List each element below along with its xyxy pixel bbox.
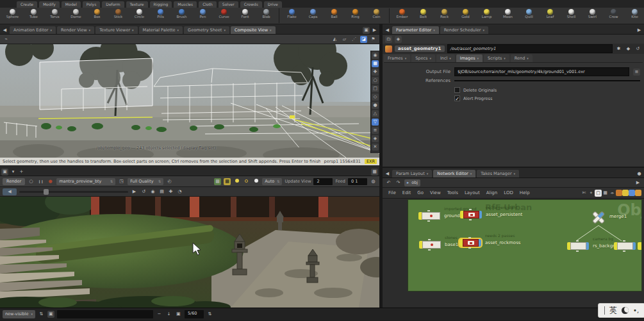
network-menu-align[interactable]: Align: [483, 190, 501, 195]
tab-texture-viewer[interactable]: Texture Viewer▾: [95, 26, 137, 34]
shelf-tool-ball[interactable]: Ball: [324, 8, 345, 23]
node-name-chip[interactable]: asset_geometry1: [395, 45, 445, 52]
net-pointer-icon[interactable]: ✄: [581, 190, 588, 197]
shelf-tool-leaf[interactable]: Leaf: [540, 8, 561, 23]
network-collapse-icon[interactable]: ◀: [384, 170, 391, 177]
tab-takes-manager[interactable]: Takes Manager▾: [477, 170, 519, 177]
update-view-field[interactable]: 2: [313, 178, 333, 185]
network-menu-view[interactable]: View: [427, 190, 444, 195]
spinner-icon[interactable]: ⇅: [38, 311, 45, 318]
tab-composite-view[interactable]: Composite View▾: [231, 26, 276, 34]
node-ground1[interactable]: ground1imported ground: [418, 212, 440, 220]
net-layout-icon[interactable]: ⌯: [609, 190, 616, 197]
snapshot-next-icon[interactable]: ▶: [131, 188, 138, 195]
param-value-0[interactable]: $JOB/source/terrain/tor_mls/geometry/4k/…: [454, 67, 629, 76]
bulb-icon[interactable]: [233, 178, 240, 185]
network-menu-lod[interactable]: LOD: [500, 190, 516, 195]
snap-icon[interactable]: ◪: [360, 36, 367, 43]
network-menu-go[interactable]: Go: [414, 190, 427, 195]
shelf-tool-tube[interactable]: Tube: [23, 8, 44, 23]
shelf-tab-create[interactable]: Create: [17, 1, 37, 8]
net-bookmark-gold-icon[interactable]: [635, 190, 641, 196]
normals-icon[interactable]: ⋰: [351, 36, 358, 43]
shelf-tab-drive[interactable]: Drive: [264, 1, 282, 8]
rop-jump-icon[interactable]: ◳: [118, 178, 125, 185]
ipr-icon[interactable]: ○: [28, 178, 35, 185]
net-grid-icon[interactable]: ▦: [602, 190, 609, 197]
pane-maximize-icon[interactable]: ▣: [363, 27, 370, 34]
param-presets-icon[interactable]: ✱: [615, 45, 622, 53]
network-menu-edit[interactable]: Edit: [399, 190, 415, 195]
snapshot-icon-1[interactable]: ◉: [149, 188, 156, 195]
param-tab-scripts[interactable]: Scripts▾: [484, 54, 509, 62]
viewport-tool-icon-8[interactable]: ▽: [372, 119, 379, 126]
scene-viewport[interactable]: /obj/temple_geo — 243 objects selected (…: [0, 44, 379, 158]
pane-collapse-icon[interactable]: ◀: [1, 27, 8, 34]
ime-indicator[interactable]: 英 •,: [598, 303, 644, 318]
node-path-field[interactable]: /out/asset_geometry1: [447, 44, 613, 53]
toggle-a-icon[interactable]: ▩: [214, 178, 221, 185]
param-pin-icon[interactable]: ◈: [395, 36, 402, 43]
viewport-tool-icon-6[interactable]: ●: [372, 102, 379, 109]
node-rs_background1[interactable]: rs_background1camera bg: [567, 242, 589, 250]
node-stub-7[interactable]: [638, 242, 642, 250]
shelf-tool-blob[interactable]: Blob: [256, 8, 277, 23]
ime-language-mode[interactable]: 英: [609, 305, 617, 316]
shelf-tab-rigging[interactable]: Rigging: [150, 1, 172, 8]
viewport-tool-icon-10[interactable]: ◈: [372, 135, 379, 142]
viewport-tool-icon-1[interactable]: ▦: [372, 60, 379, 67]
feed-field[interactable]: 0 1: [348, 178, 367, 185]
shelf-tab-model[interactable]: Model: [62, 1, 81, 8]
stop-icon[interactable]: ●: [47, 178, 54, 185]
param-tab-images[interactable]: Images▾: [456, 54, 483, 62]
pane-add-icon[interactable]: +: [18, 169, 25, 176]
shelf-tool-sphere[interactable]: Sphere: [2, 8, 23, 23]
tab-geometry-sheet[interactable]: Geometry Sheet▾: [184, 26, 229, 34]
tab-network-editor[interactable]: Network Editor▾: [433, 170, 475, 177]
viewport-tool-icon-9[interactable]: ≡: [372, 127, 379, 134]
shelf-tool-pen[interactable]: Pen: [192, 8, 213, 23]
shelf-tab-muscles[interactable]: Muscles: [174, 1, 197, 8]
param-tab-incl[interactable]: Incl▾: [436, 54, 455, 62]
tab-render-scheduler[interactable]: Render Scheduler▾: [440, 26, 488, 34]
snapshot-slider[interactable]: [19, 191, 128, 193]
snapshot-icon-0[interactable]: ↺: [140, 188, 147, 195]
shelf-tab-deform[interactable]: Deform: [102, 1, 124, 8]
snapshot-icon-3[interactable]: ✚: [167, 188, 174, 195]
path-expand-icon[interactable]: ▶: [634, 179, 641, 186]
pane-layout-icon[interactable]: ▦: [371, 169, 378, 176]
shelf-tool-ring[interactable]: Ring: [345, 8, 366, 23]
tab-render-view[interactable]: Render View▾: [57, 26, 94, 34]
network-menu-tools[interactable]: Tools: [444, 190, 461, 195]
shelf-tool-curve[interactable]: Curve: [213, 8, 235, 23]
shelf-tool-circle[interactable]: Circle: [129, 8, 150, 23]
shelf-tool-pills[interactable]: Pills: [150, 8, 171, 23]
message-field[interactable]: [57, 310, 153, 318]
shelf-tab-texture[interactable]: Texture: [126, 1, 148, 8]
shelf-tool-crow[interactable]: Crow: [603, 8, 624, 23]
shelf-tool-dome[interactable]: Dome: [65, 8, 87, 23]
shelf-tool-rock[interactable]: Rock: [434, 8, 455, 23]
render-button[interactable]: Render: [3, 178, 25, 185]
shelf-tool-ember[interactable]: Ember: [392, 8, 413, 23]
param-fav-icon[interactable]: 🗀: [385, 36, 392, 43]
params-collapse-icon[interactable]: ◀: [384, 27, 391, 34]
magnifier-icon[interactable]: [243, 178, 250, 185]
param-lock-icon[interactable]: ◆: [625, 45, 632, 53]
viewport-tool-icon-3[interactable]: ○: [372, 77, 379, 84]
params-split-icon[interactable]: ▶: [636, 27, 643, 34]
shelf-tab-crowds[interactable]: Crowds: [240, 1, 262, 8]
snapshot-prev-icon[interactable]: ◀: [3, 188, 17, 195]
nav-fwd-icon[interactable]: ↷: [395, 179, 402, 186]
shelf-tool-coin[interactable]: Coin: [366, 8, 387, 23]
viewport-tool-icon-5[interactable]: ◇: [372, 94, 379, 101]
minus-icon[interactable]: −: [156, 311, 163, 318]
viewport-tool-icon-7[interactable]: △: [372, 110, 379, 117]
checkbox-0[interactable]: [454, 87, 460, 93]
mode-select[interactable]: Auto⇅: [262, 178, 282, 185]
quality-jump-icon[interactable]: ◴: [166, 178, 173, 185]
viewport-tool-icon-4[interactable]: □: [372, 85, 379, 92]
shelf-tab-modify[interactable]: Modify: [39, 1, 60, 8]
node-asset_rockmoss[interactable]: asset_rockmossneeds 2 passes: [459, 239, 481, 247]
render-view-image[interactable]: [0, 197, 379, 308]
